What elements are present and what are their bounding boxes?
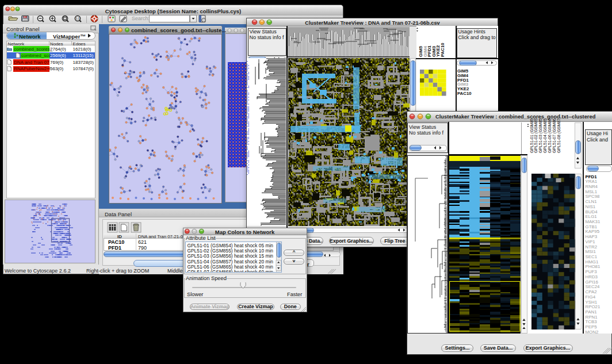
svg-text:GPL51-08 (GSM872): GPL51-08 (GSM872) — [557, 118, 561, 153]
svg-text:PAC10: PAC10 — [440, 43, 445, 57]
svg-text:1:1: 1:1 — [76, 17, 80, 20]
svg-text:GPL51-04 (GSM857): GPL51-04 (GSM857) — [543, 118, 548, 153]
svg-text:GPL51-06 (GSM865): GPL51-06 (GSM865) — [548, 118, 552, 153]
svg-text:GPL51-01 (GSM854): GPL51-01 (GSM854) — [530, 118, 534, 153]
svg-text:GPL51-07 (GSM868): GPL51-07 (GSM868) — [552, 118, 557, 153]
svg-text:GPL51-03 (GSM856): GPL51-03 (GSM856) — [538, 118, 543, 153]
svg-text:GPL51-02 (GSM855): GPL51-02 (GSM855) — [534, 118, 538, 153]
